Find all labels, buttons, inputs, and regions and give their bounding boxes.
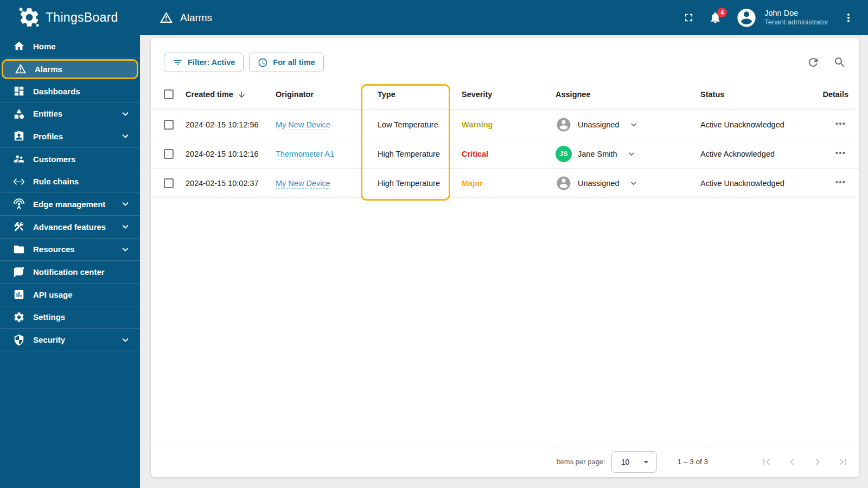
brand-name: ThingsBoard <box>46 10 118 25</box>
user-name: John Doe <box>764 8 828 18</box>
row-checkbox[interactable] <box>164 120 174 130</box>
row-checkbox[interactable] <box>164 149 174 159</box>
first-page-button[interactable] <box>760 455 773 468</box>
assignee-name[interactable]: Unassigned <box>578 120 620 129</box>
clock-icon <box>258 57 268 68</box>
refresh-button[interactable] <box>807 56 820 69</box>
column-header-severity[interactable]: Severity <box>462 90 556 99</box>
row-actions-button[interactable] <box>832 174 848 192</box>
originator-link[interactable]: My New Device <box>276 120 330 130</box>
row-actions-button[interactable] <box>832 145 848 163</box>
brand-logo[interactable]: ThingsBoard <box>0 0 140 35</box>
sidebar-item-profiles[interactable]: Profiles <box>0 125 140 148</box>
next-page-button[interactable] <box>811 455 824 468</box>
chevron-right-icon <box>811 455 824 468</box>
chevron-down-icon <box>119 130 131 142</box>
rule-chains-icon <box>13 176 25 188</box>
cell-created-time: 2024-02-15 10:12:16 <box>186 150 276 158</box>
cell-status: Active Unacknowledged <box>700 179 806 188</box>
table-toolbar: Filter: Active For all time <box>164 53 846 72</box>
sidebar-item-advanced-features[interactable]: Advanced features <box>0 216 140 239</box>
assignee-name[interactable]: Jane Smith <box>578 150 617 158</box>
chevron-down-icon[interactable] <box>626 149 637 159</box>
edge-management-icon <box>13 198 25 210</box>
column-header-status[interactable]: Status <box>700 90 806 99</box>
chevron-down-icon <box>119 243 131 255</box>
sidebar-item-security[interactable]: Security <box>0 329 140 351</box>
sidebar-nav: Home Alarms Dashboards Entities Profiles… <box>0 35 140 351</box>
resources-icon <box>13 243 25 255</box>
caret-down-icon <box>640 456 652 468</box>
last-page-icon <box>837 455 850 468</box>
table-body: 2024-02-15 10:12:56 My New Device Low Te… <box>151 110 859 198</box>
sidebar-item-home[interactable]: Home <box>0 35 140 58</box>
table-row[interactable]: 2024-02-15 10:02:37 My New Device High T… <box>151 169 859 198</box>
table-row[interactable]: 2024-02-15 10:12:16 Thermometer A1 High … <box>151 139 859 169</box>
chevron-down-icon <box>119 221 131 233</box>
assignee-avatar <box>556 117 572 133</box>
topbar-actions: 4 John Doe Tenant administrator <box>682 7 855 29</box>
topbar: Alarms 4 John Doe Tenant administrator <box>140 0 868 35</box>
last-page-button[interactable] <box>837 455 850 468</box>
chevron-down-icon <box>119 108 131 120</box>
row-checkbox[interactable] <box>164 178 174 188</box>
cell-assignee: JS Jane Smith <box>556 146 700 162</box>
kebab-menu-button[interactable] <box>842 11 855 24</box>
search-button[interactable] <box>833 56 846 69</box>
sidebar-item-api-usage[interactable]: API usage <box>0 284 140 306</box>
column-header-originator[interactable]: Originator <box>276 90 378 99</box>
row-actions-button[interactable] <box>832 115 848 133</box>
chevron-down-icon <box>119 198 131 210</box>
page-size-select[interactable]: 10 <box>611 451 657 473</box>
page-title: Alarms <box>180 12 212 24</box>
dashboards-icon <box>13 85 25 97</box>
notifications-button[interactable]: 4 <box>709 11 722 24</box>
column-header-type[interactable]: Type <box>378 90 462 99</box>
chevron-left-icon <box>786 455 799 468</box>
advanced-features-icon <box>13 221 25 233</box>
select-all-checkbox[interactable] <box>164 89 174 99</box>
column-header-assignee[interactable]: Assignee <box>556 90 700 99</box>
table-empty-space <box>151 198 859 446</box>
kebab-menu-icon <box>842 11 855 24</box>
cell-assignee: Unassigned <box>556 175 700 191</box>
sidebar-item-settings[interactable]: Settings <box>0 306 140 329</box>
notification-center-icon <box>13 266 25 278</box>
previous-page-button[interactable] <box>786 455 799 468</box>
cell-status: Active Acknowledged <box>700 150 806 158</box>
table-row[interactable]: 2024-02-15 10:12:56 My New Device Low Te… <box>151 110 859 139</box>
home-icon <box>13 40 25 52</box>
refresh-icon <box>807 56 820 69</box>
filter-button[interactable]: Filter: Active <box>164 53 244 72</box>
sidebar-item-alarms[interactable]: Alarms <box>2 59 138 79</box>
chevron-down-icon[interactable] <box>628 178 639 189</box>
sidebar-item-rule-chains[interactable]: Rule chains <box>0 170 140 193</box>
sidebar-item-entities[interactable]: Entities <box>0 102 140 125</box>
person-icon <box>556 175 572 191</box>
cell-created-time: 2024-02-15 10:12:56 <box>186 120 276 129</box>
sidebar-item-edge-management[interactable]: Edge management <box>0 193 140 216</box>
customers-icon <box>13 153 25 165</box>
fullscreen-button[interactable] <box>682 11 695 24</box>
sidebar-item-notification-center[interactable]: Notification center <box>0 261 140 284</box>
cell-status: Active Unacknowledged <box>700 120 806 129</box>
assignee-avatar <box>556 175 572 191</box>
person-icon <box>736 7 757 29</box>
sidebar-item-dashboards[interactable]: Dashboards <box>0 80 140 103</box>
column-header-created-time[interactable]: Created time <box>186 90 276 99</box>
more-horiz-icon <box>833 175 847 189</box>
chevron-down-icon[interactable] <box>628 119 639 130</box>
more-horiz-icon <box>833 117 847 131</box>
cell-created-time: 2024-02-15 10:02:37 <box>186 179 276 188</box>
originator-link[interactable]: Thermometer A1 <box>276 150 334 159</box>
sidebar: ThingsBoard Home Alarms Dashboards Entit… <box>0 0 140 488</box>
sidebar-item-customers[interactable]: Customers <box>0 148 140 171</box>
pagination-bar: Items per page: 10 1 – 3 of 3 <box>151 446 859 477</box>
warning-icon <box>159 11 173 24</box>
user-block: John Doe Tenant administrator <box>764 8 828 28</box>
avatar[interactable] <box>736 7 757 29</box>
originator-link[interactable]: My New Device <box>276 179 330 189</box>
timewindow-button[interactable]: For all time <box>249 53 323 72</box>
sidebar-item-resources[interactable]: Resources <box>0 239 140 261</box>
assignee-name[interactable]: Unassigned <box>578 179 620 188</box>
